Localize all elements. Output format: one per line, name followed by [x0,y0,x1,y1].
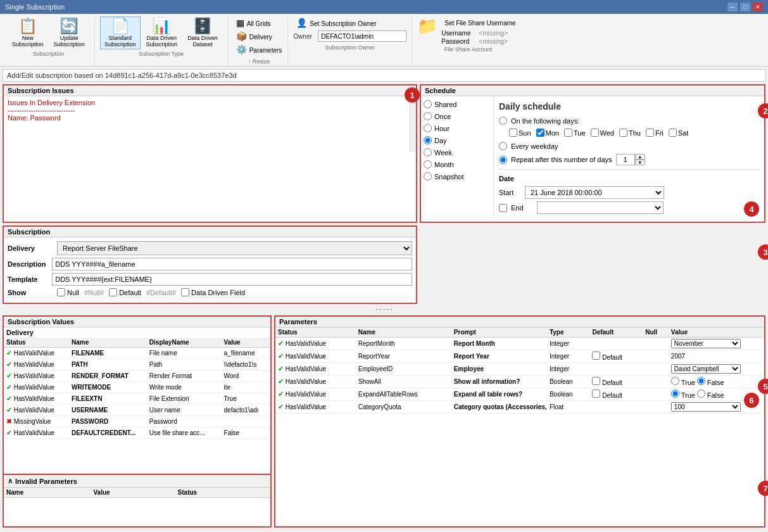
schedule-snapshot-radio[interactable] [424,172,432,180]
standard-subscription-button[interactable]: 📄 StandardSubscription [100,16,141,49]
show-null-check[interactable] [57,288,65,296]
cell-status: ✔ HasValidValue [4,370,69,382]
show-default-check[interactable] [109,288,117,296]
delivery-select[interactable]: Report Server FileShare [57,241,412,255]
minimize-button[interactable]: ─ [727,3,738,11]
data-driven-dataset-button[interactable]: 🗄️ Data DrivenDataset [183,16,222,49]
schedule-shared-radio[interactable] [424,100,432,108]
day-fri-check[interactable] [646,129,654,137]
on-days-radio[interactable] [499,117,507,125]
cell-status: ✔ HasValidValue [4,393,69,405]
ribbon-group-subscription-type: 📄 StandardSubscription 📊 Data DrivenSubs… [95,16,228,66]
schedule-day[interactable]: Day [424,135,491,146]
schedule-day-radio[interactable] [424,136,432,144]
update-subscription-button[interactable]: 🔄 UpdateSubscription [49,16,90,49]
pcell-default: Default [589,388,643,401]
true-radio[interactable] [671,390,679,398]
day-thu-check[interactable] [619,129,627,137]
collapse-icon[interactable]: ∧ [8,477,13,485]
show-row: Show Null #Null# Default #Default# [8,288,412,296]
show-data-driven-check[interactable] [181,288,189,296]
repeat-input[interactable] [616,154,635,165]
schedule-hour[interactable]: Hour [424,123,491,134]
param-value-select[interactable]: David Campbell [671,364,741,374]
param-value-select[interactable]: 100 [671,402,741,412]
table-row: ✔ HasValidValue USERNAME User name defac… [4,405,270,416]
start-date-select[interactable]: 21 June 2018 00:00:00 [525,186,664,199]
splitter[interactable]: • • • • • [3,307,765,313]
day-mon-check[interactable] [536,129,545,137]
delivery-resize-button[interactable]: 📦 Delivery [233,30,275,42]
parameters-table-wrap[interactable]: Status Name Prompt Type Default Null Val… [275,327,764,523]
cell-name: PASSWORD [69,416,147,428]
col-status: Status [4,338,69,348]
subscription-values-panel: Subscription Values Delivery Status Name… [3,315,272,528]
param-value-select[interactable]: November [671,339,741,348]
schedule-once-radio[interactable] [424,112,432,120]
maximize-button[interactable]: □ [740,3,750,11]
parameters-resize-button[interactable]: ⚙️ Parameters [233,43,286,56]
day-wed-check[interactable] [591,129,599,137]
ribbon-row: 📋 NewSubscription 🔄 UpdateSubscription S… [0,16,768,66]
end-date-check[interactable] [499,204,507,212]
true-radio[interactable] [671,377,679,385]
pcell-name: ReportYear [356,350,451,363]
false-radio[interactable] [697,377,705,385]
spinner-up[interactable]: ▲ [635,154,645,160]
new-subscription-button[interactable]: 📋 NewSubscription [8,16,48,49]
schedule-once[interactable]: Once [424,111,491,122]
table-row: ✔ HasValidValue ShowAll Show all informa… [275,376,764,388]
standard-subscription-icon: 📄 [111,18,130,34]
pcol-type: Type [547,327,590,338]
data-driven-subscription-button[interactable]: 📊 Data DrivenSubscription [142,16,182,49]
pcell-default: Default [589,376,643,388]
subscription-panel-header: Subscription [4,227,416,238]
schedule-shared[interactable]: Shared [424,99,491,110]
schedule-hour-radio[interactable] [424,124,432,132]
username-label: Username [441,30,476,37]
day-sun-check[interactable] [509,129,517,137]
delivery-table-wrap[interactable]: Status Name DisplayName Value ✔ HasValid… [4,338,270,474]
repeat-days-radio[interactable] [499,156,507,164]
delivery-table-body: ✔ HasValidValue FILENAME File name a_fil… [4,348,270,439]
end-date-select[interactable] [537,201,664,214]
schedule-week[interactable]: Week [424,147,491,158]
cell-name: FILEEXTN [69,393,147,405]
resize-group-label: ↑ Resize [248,58,270,66]
schedule-month-radio[interactable] [424,160,432,168]
schedule-month[interactable]: Month [424,159,491,170]
set-file-share-button[interactable]: Set File Share Username [441,16,519,28]
description-input[interactable] [52,258,412,270]
spinner-buttons: ▲ ▼ [635,154,645,165]
issues-scrollbar[interactable] [410,96,416,152]
every-weekday-radio[interactable] [499,142,507,150]
owner-icon: 👤 [296,18,307,27]
default-check[interactable] [592,377,600,385]
title-bar: Single Subscription ─ □ ✕ [0,0,768,14]
schedule-snapshot[interactable]: Snapshot [424,171,491,182]
owner-input[interactable] [318,30,406,42]
pcell-name: EmployeeID [356,363,451,376]
day-sun-label: Sun [519,129,531,137]
schedule-week-radio[interactable] [424,148,432,156]
table-row: ✔ HasValidValue PATH Path \\defacto1\s [4,359,270,370]
set-subscription-owner-button[interactable]: 👤 Set Subscription Owner [293,16,406,29]
description-label: Description [8,260,47,268]
pcell-type: Float [547,401,590,414]
set-owner-label: Set Subscription Owner [310,20,376,27]
close-button[interactable]: ✕ [753,3,763,11]
cell-value: True [222,393,270,405]
false-radio[interactable] [697,390,705,398]
file-share-group-label: File Share Account [444,46,493,54]
schedule-once-label: Once [434,113,451,120]
template-input[interactable] [52,273,412,286]
all-grids-button[interactable]: ▦ All Grids [233,16,274,29]
on-days-label: On the following days: [511,117,579,125]
day-sat-check[interactable] [669,129,677,137]
pcell-status: ✔ HasValidValue [275,350,356,363]
day-tue-check[interactable] [564,129,572,137]
spinner-down[interactable]: ▼ [635,160,645,165]
cell-name: DEFAULTCREDENT... [69,428,147,439]
default-check[interactable] [592,352,600,360]
default-check[interactable] [592,390,600,398]
